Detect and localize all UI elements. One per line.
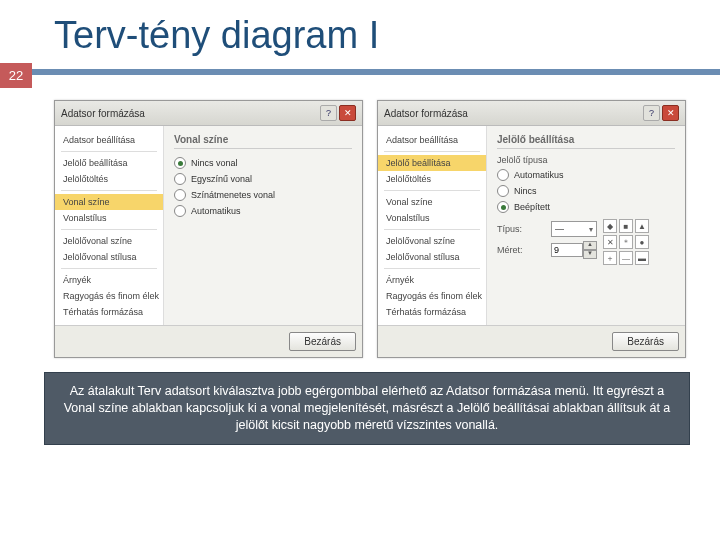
radio-icon [497, 201, 509, 213]
side-item[interactable]: Jelölővonal stílusa [55, 249, 163, 265]
radio-option[interactable]: Automatikus [174, 203, 352, 219]
size-input[interactable] [551, 243, 583, 257]
band-accent [32, 69, 720, 75]
marker-shape-icon[interactable]: ● [635, 235, 649, 249]
radio-icon [174, 189, 186, 201]
category-list: Adatsor beállítása Jelölő beállítása Jel… [378, 126, 487, 325]
radio-label: Egyszínű vonal [191, 174, 252, 184]
size-spinner[interactable]: ▲▼ [551, 241, 597, 259]
marker-shape-icon[interactable]: ▲ [635, 219, 649, 233]
dialog-titlebar[interactable]: Adatsor formázása ? ✕ [55, 101, 362, 126]
marker-gallery[interactable]: ◆■▲ ✕＊● ＋—▬ [603, 219, 663, 265]
combo-value: — [555, 224, 564, 234]
marker-shape-icon[interactable]: ＋ [603, 251, 617, 265]
side-item[interactable]: Jelölővonal színe [55, 233, 163, 249]
size-label: Méret: [497, 245, 545, 255]
side-item[interactable]: Jelölőtöltés [55, 171, 163, 187]
type-label: Típus: [497, 224, 545, 234]
page-number: 22 [0, 63, 32, 88]
side-item[interactable]: Ragyogás és finom élek [378, 288, 486, 304]
dialog-footer: Bezárás [55, 325, 362, 357]
dialog-titlebar[interactable]: Adatsor formázása ? ✕ [378, 101, 685, 126]
options-pane: Jelölő beállítása Jelölő típusa Automati… [487, 126, 685, 325]
radio-option[interactable]: Beépített [497, 199, 675, 215]
section-label: Jelölő típusa [497, 155, 675, 165]
side-item[interactable]: Jelölővonal színe [378, 233, 486, 249]
side-item[interactable]: Jelölőtöltés [378, 171, 486, 187]
close-icon[interactable]: ✕ [339, 105, 356, 121]
radio-icon [174, 173, 186, 185]
marker-type-combo[interactable]: — [551, 221, 597, 237]
spin-down-icon[interactable]: ▼ [583, 250, 597, 259]
marker-shape-icon[interactable]: ＊ [619, 235, 633, 249]
dialog-title-text: Adatsor formázása [384, 108, 468, 119]
marker-shape-icon[interactable]: — [619, 251, 633, 265]
side-item[interactable]: Vonal színe [378, 194, 486, 210]
radio-icon [497, 185, 509, 197]
radio-label: Színátmenetes vonal [191, 190, 275, 200]
radio-option[interactable]: Nincs vonal [174, 155, 352, 171]
radio-label: Automatikus [191, 206, 241, 216]
radio-label: Beépített [514, 202, 550, 212]
side-item[interactable]: Jelölővonal stílusa [378, 249, 486, 265]
options-pane: Vonal színe Nincs vonal Egyszínű vonal S… [164, 126, 362, 325]
side-item[interactable]: Vonalstílus [55, 210, 163, 226]
help-icon[interactable]: ? [320, 105, 337, 121]
side-item[interactable]: Adatsor beállítása [378, 132, 486, 148]
dialog-pair: Adatsor formázása ? ✕ Adatsor beállítása… [0, 88, 720, 366]
side-item[interactable]: Térhatás formázása [55, 304, 163, 320]
radio-label: Automatikus [514, 170, 564, 180]
dialog-format-series-right: Adatsor formázása ? ✕ Adatsor beállítása… [377, 100, 686, 358]
marker-shape-icon[interactable]: ◆ [603, 219, 617, 233]
help-icon[interactable]: ? [643, 105, 660, 121]
marker-shape-icon[interactable]: ▬ [635, 251, 649, 265]
dialog-footer: Bezárás [378, 325, 685, 357]
page-band: 22 [0, 63, 720, 88]
pane-heading: Jelölő beállítása [497, 134, 675, 149]
dialog-format-series-left: Adatsor formázása ? ✕ Adatsor beállítása… [54, 100, 363, 358]
radio-label: Nincs [514, 186, 537, 196]
side-item[interactable]: Árnyék [378, 272, 486, 288]
spin-up-icon[interactable]: ▲ [583, 241, 597, 250]
size-row: Méret: ▲▼ [497, 239, 597, 261]
close-icon[interactable]: ✕ [662, 105, 679, 121]
radio-icon [497, 169, 509, 181]
radio-option[interactable]: Nincs [497, 183, 675, 199]
side-item[interactable]: Térhatás formázása [378, 304, 486, 320]
radio-option[interactable]: Színátmenetes vonal [174, 187, 352, 203]
close-button[interactable]: Bezárás [289, 332, 356, 351]
slide-title: Terv-tény diagram I [0, 0, 720, 63]
side-item[interactable]: Árnyék [55, 272, 163, 288]
pane-heading: Vonal színe [174, 134, 352, 149]
side-item-selected[interactable]: Vonal színe [55, 194, 163, 210]
marker-shape-icon[interactable]: ■ [619, 219, 633, 233]
radio-label: Nincs vonal [191, 158, 238, 168]
close-button[interactable]: Bezárás [612, 332, 679, 351]
marker-shape-icon[interactable]: ✕ [603, 235, 617, 249]
type-row: Típus: — [497, 219, 597, 239]
caption-text: Az átalakult Terv adatsort kiválasztva j… [44, 372, 690, 445]
side-item[interactable]: Vonalstílus [378, 210, 486, 226]
radio-icon [174, 205, 186, 217]
radio-option[interactable]: Automatikus [497, 167, 675, 183]
radio-icon [174, 157, 186, 169]
side-item-selected[interactable]: Jelölő beállítása [378, 155, 486, 171]
side-item[interactable]: Jelölő beállítása [55, 155, 163, 171]
radio-option[interactable]: Egyszínű vonal [174, 171, 352, 187]
category-list: Adatsor beállítása Jelölő beállítása Jel… [55, 126, 164, 325]
side-item[interactable]: Ragyogás és finom élek [55, 288, 163, 304]
dialog-title-text: Adatsor formázása [61, 108, 145, 119]
side-item[interactable]: Adatsor beállítása [55, 132, 163, 148]
